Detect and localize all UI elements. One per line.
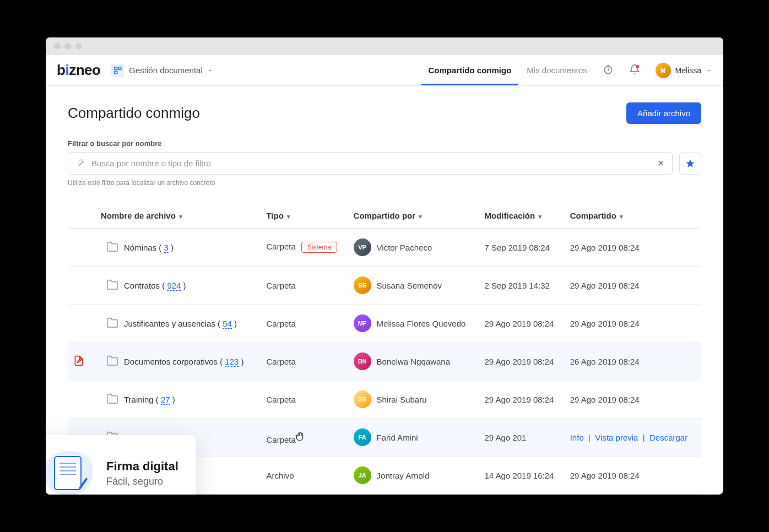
modified-date: 2 Sep 2019 14:32	[485, 281, 550, 290]
shared-by-name: Victor Pacheco	[377, 243, 432, 252]
file-type: Carpeta	[266, 242, 295, 251]
card-subtitle: Fácil, seguro	[106, 476, 178, 487]
col-shared-by[interactable]: Compartido por▼	[348, 203, 479, 229]
user-name: Melissa	[675, 66, 701, 75]
folder-icon	[106, 241, 118, 253]
module-icon	[111, 64, 124, 77]
file-count[interactable]: 27	[161, 395, 170, 405]
window-max-dot[interactable]	[75, 43, 82, 50]
table-row[interactable]: Training ( 27 )CarpetaSSShirai Subaru29 …	[68, 381, 701, 419]
top-nav: bizneo Gestión documental Compartido con…	[46, 55, 723, 86]
module-label: Gestión documental	[129, 66, 202, 75]
shared-by-name: Bonelwa Ngqawana	[377, 357, 450, 366]
modified-date: 29 Ago 201	[485, 433, 527, 442]
avatar: MF	[354, 314, 371, 332]
module-selector[interactable]: Gestión documental	[111, 64, 213, 77]
file-name: Nóminas ( 3 )	[124, 243, 174, 252]
table-row[interactable]: Nóminas ( 3 )CarpetaSistemaVPVictor Pach…	[68, 229, 701, 267]
folder-icon	[106, 355, 118, 367]
info-link[interactable]: Info	[570, 433, 584, 442]
col-shared[interactable]: Compartido▼	[565, 203, 701, 229]
file-type: Archivo	[266, 471, 294, 480]
avatar: VP	[354, 238, 371, 256]
svg-rect-2	[115, 71, 117, 74]
chevron-down-icon	[207, 67, 214, 74]
shared-date: 29 Ago 2019 08:24	[570, 395, 640, 404]
notification-dot	[636, 65, 639, 68]
avatar: SS	[354, 390, 371, 408]
clock-icon[interactable]	[603, 64, 614, 77]
file-type: Carpeta	[266, 281, 295, 290]
search-label: Filtrar o buscar por nombre	[68, 139, 701, 148]
shared-date: 29 Ago 2019 08:24	[570, 319, 640, 328]
file-type: Carpeta	[266, 435, 295, 444]
clear-search-icon[interactable]: ✕	[657, 158, 664, 169]
digital-signature-card: Firma digital Fácil, seguro	[46, 435, 196, 495]
svg-rect-0	[115, 67, 117, 70]
modified-date: 29 Ago 2019 08:24	[485, 319, 554, 328]
modified-date: 14 Ago 2019 16:24	[485, 471, 554, 480]
tab-my-documents[interactable]: Mis documentos	[527, 56, 587, 85]
avatar: BN	[354, 352, 371, 370]
table-row[interactable]: Documentos corporativos ( 123 )CarpetaBN…	[68, 343, 701, 381]
table-row[interactable]: Justificantes y ausencias ( 54 )CarpetaM…	[68, 305, 701, 343]
avatar: SS	[354, 276, 371, 294]
user-avatar: M	[656, 63, 671, 78]
file-count[interactable]: 54	[223, 319, 232, 329]
file-name: Justificantes y ausencias ( 54 )	[124, 319, 237, 328]
table-row[interactable]: Contratos ( 924 )CarpetaSSSusana Semenov…	[68, 267, 701, 305]
shared-by-name: Melissa Flores Quevedo	[377, 319, 466, 328]
folder-icon	[106, 393, 118, 405]
shared-by-name: Farid Amini	[377, 433, 418, 442]
file-type: Carpeta	[266, 319, 295, 328]
search-hint: Utiliza este filtro para localizar un ar…	[68, 179, 701, 187]
sistema-tag: Sistema	[301, 242, 337, 253]
tab-shared[interactable]: Compartido conmigo	[428, 56, 511, 85]
shared-date: 29 Ago 2019 08:24	[570, 281, 640, 290]
row-actions: Info | Vista previa | Descargar	[570, 433, 688, 442]
user-menu[interactable]: M Melissa	[656, 63, 712, 78]
search-input[interactable]	[91, 159, 652, 168]
file-count[interactable]: 123	[225, 357, 239, 367]
add-file-button[interactable]: Añadir archivo	[626, 102, 701, 124]
shared-by-name: Susana Semenov	[377, 281, 442, 290]
shared-date: 26 Ago 2019 08:24	[570, 357, 640, 366]
card-title: Firma digital	[106, 459, 178, 474]
modified-date: 7 Sep 2019 08:24	[485, 243, 550, 252]
download-link[interactable]: Descargar	[649, 433, 687, 442]
magic-wand-icon	[76, 159, 86, 169]
avatar: FA	[354, 428, 371, 446]
window-close-dot[interactable]	[53, 43, 60, 50]
file-count[interactable]: 3	[164, 243, 169, 253]
page-title: Compartido conmigo	[68, 105, 200, 122]
edit-icon	[73, 355, 84, 366]
favorites-button[interactable]	[679, 153, 701, 175]
logo: bizneo	[57, 62, 100, 79]
bell-icon[interactable]	[629, 64, 640, 77]
file-type: Carpeta	[266, 395, 295, 404]
shared-date: 29 Ago 2019 08:24	[570, 243, 640, 252]
window-min-dot[interactable]	[64, 43, 71, 50]
modified-date: 29 Ago 2019 08:24	[485, 357, 554, 366]
folder-icon	[106, 317, 118, 329]
window-titlebar	[46, 37, 723, 55]
modified-date: 29 Ago 2019 08:24	[485, 395, 554, 404]
file-name: Documentos corporativos ( 123 )	[124, 357, 244, 366]
col-type[interactable]: Tipo▼	[261, 203, 348, 229]
file-count[interactable]: 924	[167, 281, 181, 291]
app-window: bizneo Gestión documental Compartido con…	[46, 37, 723, 495]
folder-icon	[106, 279, 118, 291]
avatar: JA	[354, 466, 371, 484]
preview-link[interactable]: Vista previa	[595, 433, 638, 442]
cursor-hand-icon	[294, 431, 306, 443]
file-name: Contratos ( 924 )	[124, 281, 186, 290]
shared-date: 29 Ago 2019 08:24	[570, 471, 640, 480]
col-modified[interactable]: Modificación▼	[479, 203, 565, 229]
svg-rect-1	[119, 67, 122, 70]
shared-by-name: Jontray Arnold	[377, 471, 430, 480]
shared-by-name: Shirai Subaru	[377, 395, 427, 404]
star-icon	[685, 159, 695, 169]
col-name[interactable]: Nombre de archivo▼	[68, 203, 261, 229]
file-name: Training ( 27 )	[124, 395, 175, 404]
file-type: Carpeta	[266, 357, 295, 366]
